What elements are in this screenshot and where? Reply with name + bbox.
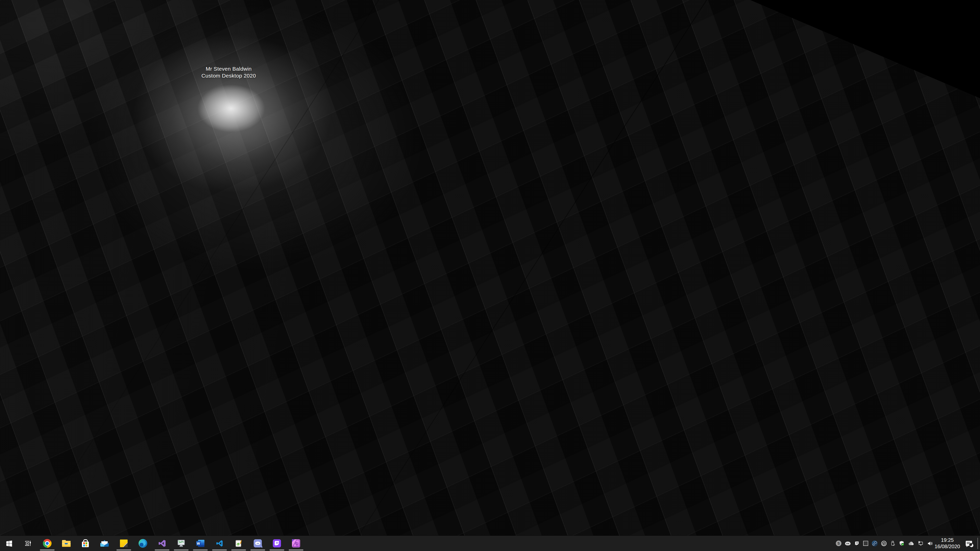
skype-tray-icon: S — [836, 540, 842, 546]
tray-steam-button[interactable] — [872, 540, 878, 546]
wallpaper-cubes — [0, 0, 980, 536]
tray-volume-button[interactable] — [927, 541, 933, 546]
power-utility-tray-icon — [881, 541, 886, 546]
taskbar-twitch-button[interactable] — [267, 536, 286, 551]
tray-twitch-button[interactable] — [854, 541, 859, 546]
running-indicator — [116, 549, 131, 551]
focus-assist-moon-icon — [970, 544, 974, 547]
notepad-plus-plus-icon — [235, 540, 242, 547]
start-button[interactable] — [0, 536, 18, 551]
onedrive-cloud-icon — [908, 541, 915, 545]
desktop[interactable]: Mr Steven Baldwin Custom Desktop 2020 — [0, 0, 980, 536]
running-indicator — [155, 549, 169, 551]
edge-icon — [138, 539, 147, 548]
taskbar-edge-button[interactable] — [133, 536, 152, 551]
task-view-icon — [24, 540, 32, 547]
clock-time: 19:25 — [935, 537, 960, 543]
chrome-icon — [43, 539, 52, 548]
taskbar-vscode-button[interactable] — [210, 536, 229, 551]
clock-date: 16/08/2020 — [935, 543, 960, 550]
running-indicator — [174, 549, 188, 551]
usb-safely-remove-icon — [890, 540, 895, 546]
mail-icon — [100, 540, 109, 547]
show-desktop-button[interactable] — [978, 536, 980, 551]
running-indicator — [40, 549, 54, 551]
action-center-icon — [966, 541, 972, 546]
taskbar-word-button[interactable]: W — [191, 536, 210, 551]
desktop-watermark: Mr Steven Baldwin Custom Desktop 2020 — [201, 65, 256, 79]
windows-security-shield-icon — [899, 540, 904, 546]
network-ethernet-icon — [918, 541, 924, 546]
watermark-owner: Mr Steven Baldwin — [201, 65, 256, 72]
tray-network-button[interactable] — [918, 541, 924, 546]
tray-windows-security-button[interactable] — [899, 540, 904, 546]
action-center-button[interactable] — [962, 536, 976, 551]
running-indicator — [231, 549, 246, 551]
tray-app-grid-button[interactable] — [863, 541, 868, 546]
taskbar-performance-monitor-button[interactable] — [172, 536, 191, 551]
tray-skype-button[interactable]: S — [836, 540, 842, 546]
file-explorer-icon — [62, 540, 71, 547]
visual-studio-icon — [158, 539, 166, 548]
running-indicator — [250, 549, 265, 551]
discord-icon — [254, 539, 262, 548]
running-indicator — [193, 549, 207, 551]
windows-start-icon — [5, 540, 13, 547]
app-grid-tray-icon — [863, 541, 868, 546]
running-indicator — [212, 549, 227, 551]
taskbar-sticky-notes-button[interactable] — [114, 536, 133, 551]
word-icon: W — [196, 540, 204, 547]
taskbar-notepad-plus-plus-button[interactable] — [229, 536, 248, 551]
taskbar-discord-button[interactable] — [248, 536, 267, 551]
running-indicator — [289, 549, 303, 551]
running-indicator — [269, 549, 284, 551]
task-view-button[interactable] — [18, 536, 38, 551]
microsoft-store-icon — [82, 541, 89, 547]
twitch-tray-icon — [854, 541, 859, 546]
taskbar-affinity-photo-button[interactable] — [286, 536, 305, 551]
taskbar-microsoft-store-button[interactable] — [76, 536, 95, 551]
taskbar: W — [0, 536, 980, 551]
taskbar-visual-studio-button[interactable] — [152, 536, 172, 551]
taskbar-chrome-button[interactable] — [38, 536, 57, 551]
taskbar-mail-button[interactable] — [95, 536, 114, 551]
system-tray: S — [836, 540, 933, 546]
volume-icon — [927, 541, 933, 546]
performance-monitor-icon — [177, 540, 185, 547]
tray-power-utility-button[interactable] — [881, 541, 886, 546]
taskbar-file-explorer-button[interactable] — [57, 536, 76, 551]
watermark-title: Custom Desktop 2020 — [201, 72, 256, 79]
tray-usb-eject-button[interactable] — [890, 540, 895, 546]
sticky-notes-icon — [120, 540, 127, 547]
twitch-icon — [273, 539, 281, 548]
affinity-photo-icon — [292, 539, 300, 548]
tray-onedrive-button[interactable] — [908, 541, 915, 545]
steam-tray-icon — [872, 540, 878, 546]
tray-discord-button[interactable] — [845, 541, 851, 545]
discord-tray-icon — [845, 541, 851, 545]
vscode-icon — [216, 540, 223, 547]
taskbar-clock[interactable]: 19:25 16/08/2020 — [935, 537, 960, 550]
